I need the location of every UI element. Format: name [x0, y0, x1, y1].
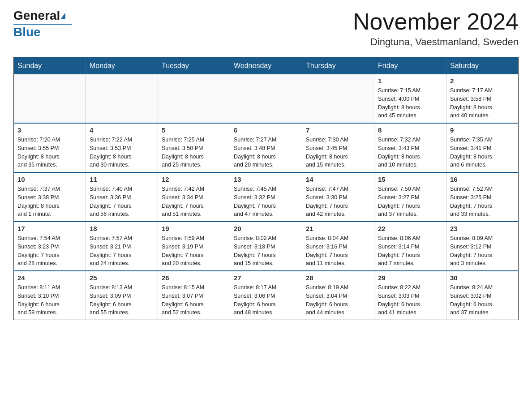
weekday-header-wednesday: Wednesday	[230, 57, 302, 75]
day-info: Sunrise: 8:17 AMSunset: 3:06 PMDaylight:…	[234, 283, 298, 317]
day-number: 1	[378, 77, 442, 85]
day-info: Sunrise: 8:19 AMSunset: 3:04 PMDaylight:…	[306, 283, 370, 317]
logo-general: General	[13, 9, 60, 23]
day-info: Sunrise: 8:22 AMSunset: 3:03 PMDaylight:…	[378, 283, 442, 317]
weekday-header-monday: Monday	[86, 57, 158, 75]
title-block: November 2024 Dingtuna, Vaestmanland, Sw…	[353, 9, 519, 48]
day-info: Sunrise: 7:47 AMSunset: 3:30 PMDaylight:…	[306, 185, 370, 218]
day-info: Sunrise: 7:54 AMSunset: 3:23 PMDaylight:…	[17, 234, 82, 268]
day-number: 10	[17, 176, 82, 183]
calendar-cell: 18Sunrise: 7:57 AMSunset: 3:21 PMDayligh…	[86, 222, 158, 271]
day-info: Sunrise: 7:35 AMSunset: 3:41 PMDaylight:…	[450, 136, 515, 169]
day-info: Sunrise: 7:17 AMSunset: 3:58 PMDaylight:…	[450, 86, 515, 120]
calendar-cell: 23Sunrise: 8:09 AMSunset: 3:12 PMDayligh…	[446, 222, 519, 271]
day-number: 20	[234, 225, 298, 232]
calendar-cell: 21Sunrise: 8:04 AMSunset: 3:16 PMDayligh…	[302, 222, 374, 271]
calendar-cell: 14Sunrise: 7:47 AMSunset: 3:30 PMDayligh…	[302, 172, 374, 222]
day-number: 17	[17, 225, 82, 232]
day-number: 2	[450, 77, 515, 85]
calendar-cell: 12Sunrise: 7:42 AMSunset: 3:34 PMDayligh…	[158, 172, 230, 222]
day-number: 24	[17, 274, 82, 282]
logo-line	[13, 24, 72, 25]
calendar-cell: 2Sunrise: 7:17 AMSunset: 3:58 PMDaylight…	[446, 74, 519, 123]
calendar-cell: 30Sunrise: 8:24 AMSunset: 3:02 PMDayligh…	[446, 271, 519, 320]
calendar-cell: 10Sunrise: 7:37 AMSunset: 3:38 PMDayligh…	[14, 172, 86, 222]
weekday-header-friday: Friday	[374, 57, 446, 75]
day-number: 29	[378, 274, 442, 282]
day-number: 6	[234, 126, 298, 134]
day-number: 26	[162, 274, 226, 282]
day-number: 19	[162, 225, 226, 232]
calendar-cell: 28Sunrise: 8:19 AMSunset: 3:04 PMDayligh…	[302, 271, 374, 320]
day-info: Sunrise: 8:11 AMSunset: 3:10 PMDaylight:…	[17, 283, 82, 317]
day-info: Sunrise: 7:40 AMSunset: 3:36 PMDaylight:…	[90, 185, 154, 218]
calendar-cell: 15Sunrise: 7:50 AMSunset: 3:27 PMDayligh…	[374, 172, 446, 222]
calendar-cell: 7Sunrise: 7:30 AMSunset: 3:45 PMDaylight…	[302, 123, 374, 172]
calendar-cell: 26Sunrise: 8:15 AMSunset: 3:07 PMDayligh…	[158, 271, 230, 320]
calendar-cell: 19Sunrise: 7:59 AMSunset: 3:19 PMDayligh…	[158, 222, 230, 271]
day-number: 8	[378, 126, 442, 134]
calendar-cell: 11Sunrise: 7:40 AMSunset: 3:36 PMDayligh…	[86, 172, 158, 222]
weekday-header-tuesday: Tuesday	[158, 57, 230, 75]
logo: General Blue	[13, 9, 72, 39]
day-info: Sunrise: 7:52 AMSunset: 3:25 PMDaylight:…	[450, 185, 515, 218]
calendar-cell: 27Sunrise: 8:17 AMSunset: 3:06 PMDayligh…	[230, 271, 302, 320]
day-number: 5	[162, 126, 226, 134]
calendar-cell: 9Sunrise: 7:35 AMSunset: 3:41 PMDaylight…	[446, 123, 519, 172]
calendar-cell: 29Sunrise: 8:22 AMSunset: 3:03 PMDayligh…	[374, 271, 446, 320]
day-number: 22	[378, 225, 442, 232]
day-info: Sunrise: 8:06 AMSunset: 3:14 PMDaylight:…	[378, 234, 442, 268]
day-info: Sunrise: 8:13 AMSunset: 3:09 PMDaylight:…	[90, 283, 154, 317]
day-number: 14	[306, 176, 370, 183]
day-number: 11	[90, 176, 154, 183]
day-info: Sunrise: 7:32 AMSunset: 3:43 PMDaylight:…	[378, 136, 442, 169]
calendar-week-2: 3Sunrise: 7:20 AMSunset: 3:55 PMDaylight…	[14, 123, 519, 172]
day-info: Sunrise: 7:42 AMSunset: 3:34 PMDaylight:…	[162, 185, 226, 218]
day-info: Sunrise: 7:20 AMSunset: 3:55 PMDaylight:…	[17, 136, 82, 169]
logo-blue: Blue	[13, 26, 41, 39]
day-info: Sunrise: 8:02 AMSunset: 3:18 PMDaylight:…	[234, 234, 298, 268]
calendar-cell: 5Sunrise: 7:25 AMSunset: 3:50 PMDaylight…	[158, 123, 230, 172]
day-number: 21	[306, 225, 370, 232]
day-number: 7	[306, 126, 370, 134]
day-info: Sunrise: 7:15 AMSunset: 4:00 PMDaylight:…	[378, 86, 442, 120]
day-number: 3	[17, 126, 82, 134]
day-info: Sunrise: 7:59 AMSunset: 3:19 PMDaylight:…	[162, 234, 226, 268]
calendar-cell: 17Sunrise: 7:54 AMSunset: 3:23 PMDayligh…	[14, 222, 86, 271]
calendar-table: SundayMondayTuesdayWednesdayThursdayFrid…	[13, 57, 519, 320]
weekday-header-row: SundayMondayTuesdayWednesdayThursdayFrid…	[14, 57, 519, 75]
calendar-cell: 3Sunrise: 7:20 AMSunset: 3:55 PMDaylight…	[14, 123, 86, 172]
weekday-header-thursday: Thursday	[302, 57, 374, 75]
calendar-cell	[86, 74, 158, 123]
day-info: Sunrise: 7:30 AMSunset: 3:45 PMDaylight:…	[306, 136, 370, 169]
calendar-week-3: 10Sunrise: 7:37 AMSunset: 3:38 PMDayligh…	[14, 172, 519, 222]
calendar-week-1: 1Sunrise: 7:15 AMSunset: 4:00 PMDaylight…	[14, 74, 519, 123]
main-title: November 2024	[353, 9, 519, 34]
subtitle: Dingtuna, Vaestmanland, Sweden	[353, 36, 519, 48]
calendar-cell: 16Sunrise: 7:52 AMSunset: 3:25 PMDayligh…	[446, 172, 519, 222]
day-info: Sunrise: 8:15 AMSunset: 3:07 PMDaylight:…	[162, 283, 226, 317]
calendar-week-4: 17Sunrise: 7:54 AMSunset: 3:23 PMDayligh…	[14, 222, 519, 271]
day-number: 23	[450, 225, 515, 232]
calendar-cell: 13Sunrise: 7:45 AMSunset: 3:32 PMDayligh…	[230, 172, 302, 222]
logo-triangle-icon	[61, 13, 65, 19]
day-number: 12	[162, 176, 226, 183]
day-info: Sunrise: 8:24 AMSunset: 3:02 PMDaylight:…	[450, 283, 515, 317]
calendar-cell: 24Sunrise: 8:11 AMSunset: 3:10 PMDayligh…	[14, 271, 86, 320]
calendar-cell: 4Sunrise: 7:22 AMSunset: 3:53 PMDaylight…	[86, 123, 158, 172]
calendar-cell: 22Sunrise: 8:06 AMSunset: 3:14 PMDayligh…	[374, 222, 446, 271]
day-info: Sunrise: 8:09 AMSunset: 3:12 PMDaylight:…	[450, 234, 515, 268]
day-number: 15	[378, 176, 442, 183]
day-number: 25	[90, 274, 154, 282]
day-info: Sunrise: 7:57 AMSunset: 3:21 PMDaylight:…	[90, 234, 154, 268]
day-number: 9	[450, 126, 515, 134]
day-info: Sunrise: 7:45 AMSunset: 3:32 PMDaylight:…	[234, 185, 298, 218]
page-header: General Blue November 2024 Dingtuna, Vae…	[13, 9, 519, 48]
day-info: Sunrise: 7:27 AMSunset: 3:48 PMDaylight:…	[234, 136, 298, 169]
calendar-cell: 8Sunrise: 7:32 AMSunset: 3:43 PMDaylight…	[374, 123, 446, 172]
day-info: Sunrise: 7:37 AMSunset: 3:38 PMDaylight:…	[17, 185, 82, 218]
day-info: Sunrise: 7:25 AMSunset: 3:50 PMDaylight:…	[162, 136, 226, 169]
weekday-header-saturday: Saturday	[446, 57, 519, 75]
calendar-cell: 20Sunrise: 8:02 AMSunset: 3:18 PMDayligh…	[230, 222, 302, 271]
weekday-header-sunday: Sunday	[14, 57, 86, 75]
